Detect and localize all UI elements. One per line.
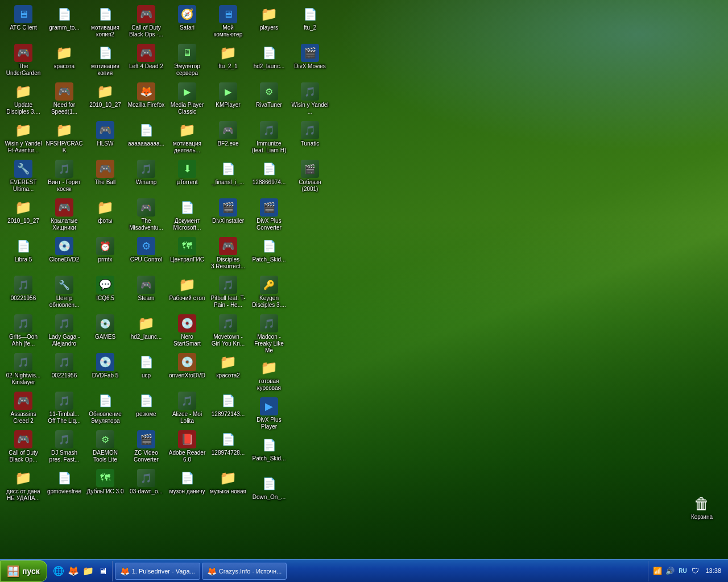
desktop-icon-nfshp-crack[interactable]: 📁 NFSHP/CRACK [44, 119, 85, 157]
desktop-icon-convertxtodvd[interactable]: 💿 onvertXtoDVD [167, 351, 208, 389]
desktop-icon-centralgis[interactable]: 🗺 ЦентралГИС [167, 235, 208, 273]
desktop-icon-dvdfab5[interactable]: 💿 DVDFab 5 [85, 351, 126, 389]
desktop-icon-ucp[interactable]: 📄 ucp [126, 351, 167, 389]
desktop-icon-lady-gaga[interactable]: 🎵 Lady Gaga - Alejandro [44, 312, 85, 351]
desktop-icon-foty[interactable]: 📁 фоты [85, 196, 126, 235]
desktop-icon-2010-10-27-2[interactable]: 📁 2010_10_27 [85, 80, 126, 119]
desktop-icon-atc-client[interactable]: 🖥 ATC Client [3, 3, 44, 41]
desktop-icon-grits-ooh[interactable]: 🎵 Grits—Ooh Ahh (fe... [3, 312, 44, 351]
desktop-icon-bf2exe[interactable]: 🎮 BF2.exe [208, 119, 249, 157]
desktop-icon-nero-startsmart[interactable]: 💿 Nero StartSmart [167, 312, 208, 351]
firefox-quicklaunch-icon[interactable]: 🦊 [67, 564, 80, 578]
desktop-icon-assassins-creed[interactable]: 🎮 Assassins Creed 2 [3, 389, 44, 428]
desktop-icon-movetown[interactable]: 🎵 Movetown - Girl You Kn... [208, 312, 249, 351]
desktop-icon-everest[interactable]: 🔧 EVEREST Ultima... [3, 157, 44, 196]
desktop-icon-tsentr-obnovl[interactable]: 🔧 Центр обновлен... [44, 273, 85, 312]
ie-quicklaunch-icon[interactable]: 🌐 [52, 564, 65, 578]
desktop-icon-hd2-launc2[interactable]: 📄 hd2_launc... [249, 41, 289, 80]
desktop-icon-soblazn[interactable]: 🎬 Соблазн (2001) [289, 157, 330, 196]
show-desktop-icon[interactable]: 🖥 [96, 564, 110, 578]
desktop-icon-finansl[interactable]: 📄 _finansl_i_... [208, 157, 249, 196]
desktop-icon-steam[interactable]: 🎮 Steam [126, 273, 167, 312]
desktop-icon-128866974[interactable]: 📄 128866974... [249, 157, 289, 196]
desktop-icon-tunatic[interactable]: 🎵 Tunatic [289, 119, 330, 157]
desktop-icon-rezyume[interactable]: 📄 резюме [126, 389, 167, 428]
desktop-icon-mozilla-firefox[interactable]: 🦊 Mozilla Firefox [126, 80, 167, 119]
taskbar-task-task-pulsedriver[interactable]: 🦊 1. Pulsedriver - Vaga... [115, 563, 200, 580]
desktop-icon-hd2-launc[interactable]: 📁 hd2_launc... [126, 312, 167, 351]
desktop-icon-divx-movies[interactable]: 🎬 DivX Movies [289, 41, 330, 80]
desktop-icon-need-for-speed[interactable]: 🎮 Need for Speed(1... [44, 80, 85, 119]
desktop-icon-media-player-classic[interactable]: ▶ Media Player Classic [167, 80, 208, 119]
desktop-icon-krasota2[interactable]: 📁 красота2 [208, 351, 249, 389]
desktop-icon-muzon-danichu[interactable]: 📄 музон даничу [167, 467, 208, 505]
desktop-icon-divxplus-converter[interactable]: 🎬 DivX Plus Converter [249, 196, 289, 235]
tray-volume-icon[interactable]: 🔊 [664, 566, 676, 577]
desktop-icon-undergarden[interactable]: 🎮 The UnderGarden [3, 41, 44, 80]
desktop-icon-hlsw[interactable]: 🎮 HLSW [85, 119, 126, 157]
tray-network-icon[interactable]: 📶 [652, 566, 663, 577]
desktop-icon-aaaaaaa[interactable]: 📄 аааааааааа... [126, 119, 167, 157]
desktop-icon-11-timbal[interactable]: 🎵 11-Timbal... Off The Liq... [44, 389, 85, 428]
desktop-icon-libra5[interactable]: 📄 Libra 5 [3, 235, 44, 273]
desktop-icon-madcon[interactable]: 🎵 Madcon - Freaky Like Me [249, 312, 289, 356]
desktop-icon-00221956[interactable]: 🎵 00221956 [3, 273, 44, 312]
desktop-icon-ftu-2-1[interactable]: 📁 ftu_2_1 [208, 41, 249, 80]
tray-antivirus-icon[interactable]: 🛡 [689, 566, 701, 577]
desktop-icon-alizee[interactable]: 🎵 Alizee - Moi Lolita [167, 389, 208, 428]
desktop-icon-128974728[interactable]: 📄 128974728... [208, 428, 249, 467]
desktop-icon-safari[interactable]: 🧭 Safari [167, 3, 208, 41]
desktop-icon-motivaciya-kopiya2[interactable]: 📄 мотивация копия2 [85, 3, 126, 41]
desktop-icon-gpmoviesfree[interactable]: 📄 gpmoviesfree [44, 467, 85, 505]
desktop-icon-cpu-control[interactable]: ⚙ CPU-Control [126, 235, 167, 273]
desktop-icon-dokument-microsoft[interactable]: 📄 Документ Microsoft... [167, 196, 208, 235]
desktop-icon-2010-10-27[interactable]: 📁 2010_10_27 [3, 196, 44, 235]
desktop-icon-patch-skid2[interactable]: 📄 Patch_Skid... [249, 434, 289, 472]
desktop-icon-players[interactable]: 📁 players [249, 3, 289, 41]
desktop-icon-emulator-servera[interactable]: 🖥 Эмулятор сервера [167, 41, 208, 80]
desktop-icon-disciples3[interactable]: 🎮 Disciples 3.Resurrect... [208, 235, 249, 273]
desktop-icon-down-on[interactable]: 📄 Down_On_... [249, 472, 289, 511]
desktop-icon-obnovlenie[interactable]: 📄 Обновление Эмулятора [85, 389, 126, 428]
desktop-icon-left4dead2[interactable]: 🎮 Left 4 Dead 2 [126, 41, 167, 80]
desktop-icon-adobe-reader[interactable]: 📕 Adobe Reader 6.0 [167, 428, 208, 467]
desktop-icon-rabochiy-stol[interactable]: 📁 Рабочий стол [167, 273, 208, 312]
desktop-icon-motivaciya-kopiya[interactable]: 📄 мотивация копия [85, 41, 126, 80]
desktop-icon-zc-video[interactable]: 🎬 ZC Video Converter [126, 428, 167, 467]
desktop-icon-call-of-duty-black-ops[interactable]: 🎮 Call of Duty Black Op... [3, 428, 44, 467]
desktop-icon-divxinstaller[interactable]: 🎬 DivXInstaller [208, 196, 249, 235]
desktop-icon-128972143[interactable]: 📄 128972143... [208, 389, 249, 428]
taskbar-task-task-crazys[interactable]: 🦊 Crazys.Info - Источн... [202, 563, 287, 580]
recycle-bin[interactable]: 🗑 Корзина [681, 492, 722, 531]
desktop-icon-ftu-2[interactable]: 📄 ftu_2 [289, 3, 330, 41]
desktop-icon-gotovaya-kursovaya[interactable]: 📁 готовая курсовая [249, 356, 289, 395]
desktop-icon-keygen-disciples[interactable]: 🔑 Keygen Disciples 3.... [249, 273, 289, 312]
desktop-icon-03-dawn[interactable]: 🎵 03-dawn_o... [126, 467, 167, 505]
desktop-icon-wisin-yandel[interactable]: 📁 Wisin y Yandel Ft-Aventur... [3, 119, 44, 157]
tray-language-icon[interactable]: RU [677, 566, 688, 577]
desktop-icon-gramm-to[interactable]: 📄 gramm_to... [44, 3, 85, 41]
desktop-icon-motivaciya-deyatel[interactable]: 📁 мотивация деятель... [167, 119, 208, 157]
desktop-icon-00221956-2[interactable]: 🎵 00221956 [44, 351, 85, 389]
desktop-icon-daemon-tools[interactable]: ⚙ DAEMON Tools Lite [85, 428, 126, 467]
desktop-icon-icq65[interactable]: 💬 ICQ6.5 [85, 273, 126, 312]
desktop-icon-utorrent[interactable]: ⬇ µTorrent [167, 157, 208, 196]
desktop-icon-wisin-yandel2[interactable]: 🎵 Wisin y Yandel ... [289, 80, 330, 119]
desktop-icon-pitbull-feat[interactable]: 🎵 Pitbull feat. T-Pain - He... [208, 273, 249, 312]
desktop-icon-moy-komputer[interactable]: 🖥 Мой компьютер [208, 3, 249, 41]
desktop-icon-dubliggis[interactable]: 🗺 ДубльГИС 3.0 [85, 467, 126, 505]
desktop-icon-divxplus-player[interactable]: ▶ DivX Plus Player [249, 395, 289, 434]
desktop-icon-disc-dana[interactable]: 📁 дисc от дана НЕ УДАЛА... [3, 467, 44, 505]
desktop-icon-krilatye[interactable]: 🎮 Крылатые Хищники [44, 196, 85, 235]
desktop-icon-dj-smash[interactable]: 🎵 DJ Smash pres. Fast... [44, 428, 85, 467]
desktop-icon-rivatuner[interactable]: ⚙ RivaTuner [249, 80, 289, 119]
desktop-icon-immunize[interactable]: 🎵 Immunize (feat. Liam H) [249, 119, 289, 157]
desktop-icon-prmtx[interactable]: ⏰ prmtx [85, 235, 126, 273]
desktop-icon-misadventu[interactable]: 🎮 The Misadventu... [126, 196, 167, 235]
desktop-icon-clonedvd2[interactable]: 💿 CloneDVD2 [44, 235, 85, 273]
system-clock[interactable]: 13:38 [702, 567, 725, 575]
desktop-icon-patch-skid[interactable]: 📄 Patch_Skid... [249, 235, 289, 273]
desktop-icon-kmplayer[interactable]: ▶ KMPlayer [208, 80, 249, 119]
desktop-icon-krasota[interactable]: 📁 красота [44, 41, 85, 80]
desktop-icon-02-nightwish[interactable]: 🎵 02-Nightwis... Kinslayer [3, 351, 44, 389]
